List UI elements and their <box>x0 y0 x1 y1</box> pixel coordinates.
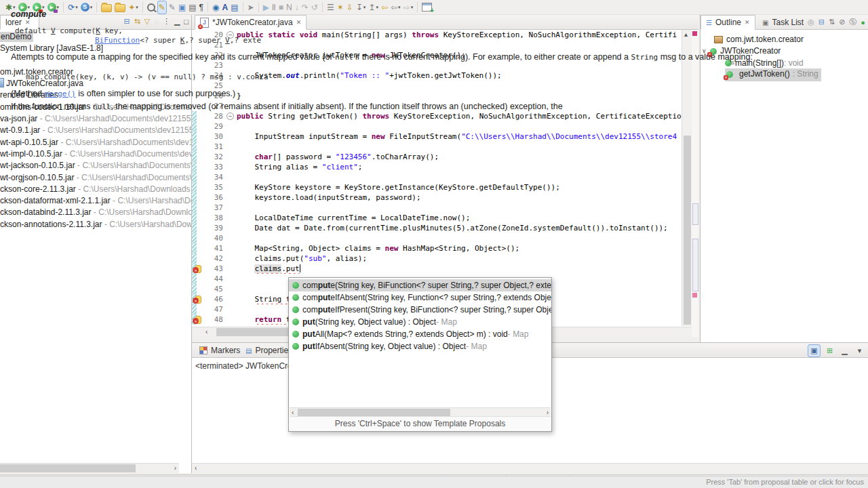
doc-paragraph: default V compute(K key, <box>15 26 271 35</box>
method-icon <box>292 282 299 289</box>
doc-paragraph: (Method merge() is often simpler to use … <box>11 88 271 100</box>
proposal-item[interactable]: computeIfPresent(String key, BiFunction<… <box>289 304 551 316</box>
doc-paragraph: BiFunction<? super K,? super V,? exte <box>95 35 271 45</box>
proposal-list: compute(String key, BiFunction<? super S… <box>289 278 551 352</box>
method-icon <box>292 343 299 350</box>
javadoc-body: compute default V compute(K key,BiFuncti… <box>0 0 271 158</box>
proposal-item[interactable]: put(String key, Object value) : Object -… <box>289 316 551 328</box>
proposal-item[interactable]: compute(String key, BiFunction<? super S… <box>289 279 551 291</box>
popup-footer: Press 'Ctrl+Space' to show Template Prop… <box>290 416 551 430</box>
proposal-item[interactable]: putIfAbsent(String key, Object value) : … <box>289 340 551 352</box>
method-icon <box>292 331 299 338</box>
popup-hscrollbar[interactable]: ‹ › <box>290 407 551 417</box>
eclipse-window: ✱▾▶▾▶▾▶▾⟳▾S▾✦▾✎✎▣▤¶◉A▤➤▶‖■N↓↷↺☰✶⇩↧▾↥▾⇦⇦▾… <box>0 0 868 488</box>
doc-link[interactable]: BiFunction <box>95 36 140 45</box>
proposal-item[interactable]: computeIfAbsent(String key, Function<? s… <box>289 291 551 304</box>
doc-code-sample: map.compute(key, (k, v) -> (v == null) ?… <box>26 72 271 81</box>
method-icon <box>292 294 299 301</box>
javadoc-title: compute <box>11 9 271 19</box>
javadoc-popup: compute default V compute(K key,BiFuncti… <box>0 0 271 158</box>
method-icon <box>292 306 299 313</box>
doc-link[interactable]: merge() <box>44 89 75 98</box>
content-assist-popup: compute(String key, BiFunction<? super S… <box>288 277 552 432</box>
doc-paragraph: Attempts to compute a mapping for the sp… <box>11 52 271 64</box>
method-icon <box>292 319 299 325</box>
doc-paragraph: If the function returns null, the mappin… <box>11 101 271 113</box>
proposal-item[interactable]: putAll(Map<? extends String,? extends Ob… <box>289 328 551 340</box>
